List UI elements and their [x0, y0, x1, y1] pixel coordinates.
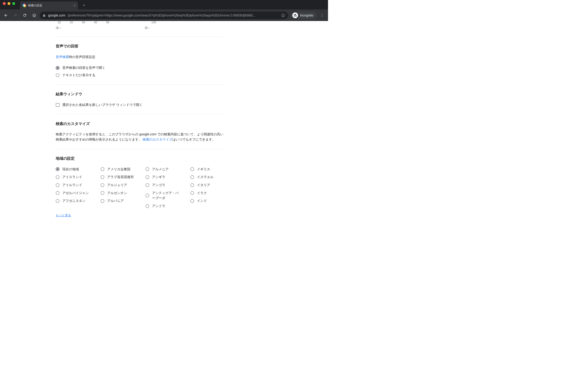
region-label: 現在の地域: [62, 167, 79, 172]
radio-icon: [146, 167, 149, 171]
region-label: イラク: [197, 191, 207, 196]
radio-icon: [101, 183, 104, 187]
google-favicon-icon: [22, 4, 26, 7]
tick-50: 50: [106, 21, 109, 25]
results-window-heading: 結果ウィンドウ: [56, 91, 224, 97]
fast-label: 速い: [56, 26, 61, 30]
tick-20: 20: [70, 21, 73, 25]
region-label: アンゴラ: [152, 183, 165, 188]
region-radio[interactable]: イラク: [190, 191, 226, 196]
home-button[interactable]: [30, 11, 38, 19]
radio-icon: [146, 204, 149, 205]
browser-menu-button[interactable]: ⋮: [318, 13, 326, 17]
browser-tab[interactable]: 検索の設定 ×: [20, 1, 78, 9]
region-radio[interactable]: 現在の地域: [56, 167, 91, 172]
browser-toolbar: google.com/preferences?hl=ja&prev=https:…: [0, 9, 328, 21]
voice-text-only-radio[interactable]: テキストだけ表示する: [56, 73, 224, 78]
open-new-window-label: 選択された各結果を新しいブラウザ ウィンドウで開く: [62, 102, 143, 108]
incognito-badge[interactable]: Incognito: [291, 12, 317, 19]
open-new-window-checkbox[interactable]: 選択された各結果を新しいブラウザ ウィンドウで開く: [56, 102, 224, 108]
forward-button[interactable]: [11, 11, 19, 19]
radio-icon: [101, 199, 104, 203]
browser-chrome: 検索の設定 × + google.com/preferences?hl=ja&p…: [0, 0, 328, 21]
radio-icon: [56, 175, 60, 179]
radio-icon: [56, 183, 60, 187]
region-radio[interactable]: アルゼンチン: [101, 191, 136, 196]
region-radio[interactable]: アゼルバイジャン: [56, 191, 91, 196]
region-label: インド: [197, 198, 207, 204]
region-label: アラブ首長国連邦: [107, 175, 134, 180]
region-label: アンギラ: [152, 175, 165, 180]
radio-icon: [190, 175, 194, 179]
minimize-window-dot[interactable]: [8, 2, 10, 5]
radio-icon: [101, 175, 104, 179]
voice-speak-label: 音声検索の回答を音声で聞く: [62, 65, 105, 71]
section-divider: [56, 84, 224, 85]
reload-button[interactable]: [21, 11, 29, 19]
radio-icon: [190, 183, 194, 187]
radio-icon: [101, 167, 104, 171]
tick-40: 40: [94, 21, 97, 25]
section-divider: [56, 149, 224, 149]
new-tab-button[interactable]: +: [81, 2, 87, 9]
tab-title: 検索の設定: [28, 4, 42, 8]
region-radio[interactable]: アイスランド: [56, 175, 91, 180]
radio-icon: [190, 191, 194, 195]
incognito-label: Incognito: [300, 13, 313, 17]
checkbox-icon: [56, 103, 60, 107]
address-bar[interactable]: google.com/preferences?hl=ja&prev=https:…: [40, 12, 288, 19]
tab-strip: 検索の設定 × +: [0, 0, 328, 9]
region-label: アイルランド: [62, 183, 82, 188]
region-radio[interactable]: イタリア: [190, 183, 226, 188]
mac-traffic-lights: [3, 2, 15, 5]
region-radio[interactable]: アンティグア・バーブーダ: [146, 191, 181, 201]
voice-speak-radio[interactable]: 音声検索の回答を音声で聞く: [56, 65, 224, 71]
url-host: google.com: [48, 13, 65, 17]
section-divider: [56, 37, 224, 37]
customize-link[interactable]: 検索のカスタマイズ: [143, 138, 172, 141]
region-radio[interactable]: イスラエル: [190, 175, 226, 180]
tick-10: 10: [58, 21, 61, 25]
region-radio[interactable]: アメリカ合衆国: [101, 167, 136, 172]
radio-icon: [56, 167, 60, 171]
region-radio[interactable]: アイルランド: [56, 183, 91, 188]
radio-icon: [56, 199, 60, 203]
customize-heading: 検索のカスタマイズ: [56, 121, 224, 127]
radio-icon: [56, 191, 60, 195]
region-radio[interactable]: アルメニア: [146, 167, 181, 172]
radio-icon: [190, 167, 194, 171]
radio-icon: [146, 175, 149, 179]
voice-search-link[interactable]: 音声検索: [56, 55, 69, 59]
region-radio[interactable]: アンゴラ: [146, 183, 181, 188]
url-path: /preferences?hl=ja&prev=https://www.goog…: [68, 13, 255, 17]
speed-labels: 速い 遅い: [56, 26, 150, 30]
incognito-icon: [292, 13, 298, 18]
region-radio[interactable]: インド: [190, 198, 226, 204]
region-radio[interactable]: アンギラ: [146, 175, 181, 180]
radio-icon: [56, 73, 60, 77]
region-radio[interactable]: アルジェリア: [101, 183, 136, 188]
slow-label: 遅い: [145, 26, 150, 30]
region-label: アルゼンチン: [107, 191, 127, 196]
region-radio[interactable]: アンドラ: [146, 204, 181, 205]
voice-answers-heading: 音声での回答: [56, 43, 224, 49]
region-radio[interactable]: アルバニア: [101, 198, 136, 204]
customize-paragraph: 検索アクティビティを使用すると、このブラウザからの google.com での検…: [56, 132, 224, 142]
region-radio[interactable]: イギリス: [190, 167, 226, 172]
bookmark-star-icon[interactable]: [281, 13, 285, 17]
section-divider: [56, 114, 224, 114]
region-label: アフガニスタン: [62, 198, 86, 204]
results-per-page-ticks: 10 20 30 40 50 100: [56, 21, 224, 25]
close-window-dot[interactable]: [3, 2, 6, 5]
region-label: アルメニア: [152, 167, 169, 172]
fullscreen-window-dot[interactable]: [12, 2, 15, 5]
voice-text-label: テキストだけ表示する: [62, 73, 95, 78]
radio-icon: [190, 199, 194, 203]
region-radio[interactable]: アフガニスタン: [56, 198, 91, 204]
region-radio[interactable]: アラブ首長国連邦: [101, 175, 136, 180]
region-label: アメリカ合衆国: [107, 167, 130, 172]
page-viewport: 10 20 30 40 50 100 速い 遅い 音声での回答 音声検索時の音声…: [0, 21, 328, 205]
close-tab-icon[interactable]: ×: [74, 4, 76, 7]
back-button[interactable]: [2, 11, 10, 19]
voice-answers-desc: 音声検索時の音声回答設定: [56, 54, 224, 60]
